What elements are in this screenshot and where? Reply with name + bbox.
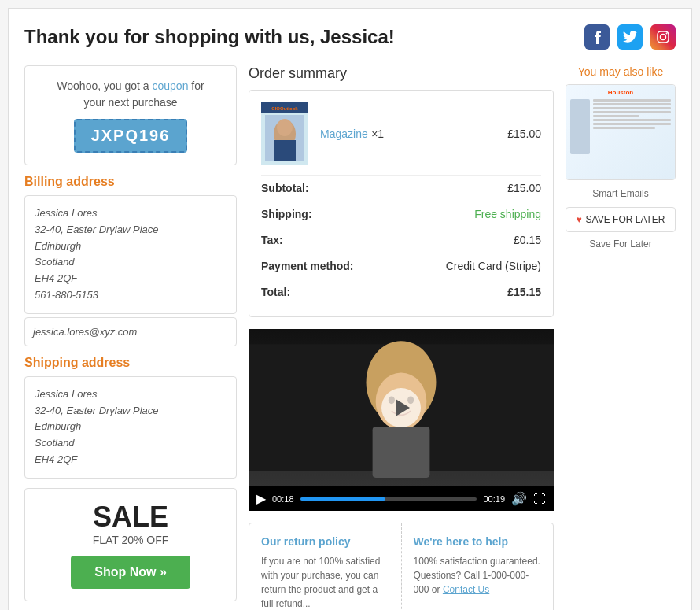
return-policy-text: If you are not 100% satisfied with your …	[261, 554, 389, 610]
shipping-region: Scotland	[35, 435, 227, 452]
product-image: CIOOutlook	[261, 102, 308, 165]
right-sidebar: You may also like Houston	[566, 65, 676, 610]
tax-row: Tax: £0.15	[261, 227, 541, 253]
billing-section: Billing address Jessica Lores 32-40, Eas…	[24, 175, 237, 346]
sale-title: SALE	[37, 501, 224, 534]
payment-value: Credit Card (Stripe)	[446, 260, 541, 272]
shipping-address1: 32-40, Easter Drylaw Place	[35, 403, 227, 420]
play-button[interactable]	[381, 388, 421, 427]
return-policy-title: Our return policy	[261, 535, 389, 548]
help-text: 100% satisfaction guaranteed. Questions?…	[414, 554, 542, 597]
coupon-text-line3: your next purchase	[83, 96, 177, 109]
product-price: £15.00	[507, 128, 541, 140]
smart-emails-label: Smart Emails	[566, 188, 676, 199]
shipping-value: Free shipping	[474, 208, 541, 220]
billing-email-box: jessica.lores@xyz.com	[24, 317, 237, 346]
order-summary-title: Order summary	[249, 65, 554, 82]
heart-icon: ♥	[576, 214, 581, 225]
coupon-code: JXPQ196	[74, 119, 188, 153]
return-policy-panel: Our return policy If you are not 100% sa…	[249, 523, 402, 610]
coupon-text: Woohoo, you got a coupon for your next p…	[37, 78, 224, 111]
left-column: Woohoo, you got a coupon for your next p…	[24, 65, 237, 610]
right-area: Order summary CIOOutlook	[249, 65, 676, 610]
play-pause-button[interactable]: ▶	[256, 491, 266, 506]
subtotal-row: Subtotal: £15.00	[261, 176, 541, 201]
shipping-address: Jessica Lores 32-40, Easter Drylaw Place…	[24, 376, 237, 479]
billing-address: Jessica Lores 32-40, Easter Drylaw Place…	[24, 195, 237, 314]
billing-title: Billing address	[24, 175, 237, 189]
shipping-label: Shipping:	[261, 208, 312, 220]
svg-rect-13	[373, 427, 430, 478]
billing-name: Jessica Lores	[35, 205, 227, 222]
sale-subtitle: FLAT 20% OFF	[37, 534, 224, 546]
fullscreen-button[interactable]: ⛶	[533, 492, 546, 506]
help-title: We're here to help	[414, 535, 542, 548]
billing-city: Edinburgh	[35, 238, 227, 255]
coupon-link[interactable]: coupon	[153, 79, 189, 92]
page-header: Thank you for shopping with us, Jessica!	[24, 24, 676, 50]
svg-text:CIOOutlook: CIOOutlook	[271, 106, 298, 111]
you-may-also-like-title: You may also like	[566, 65, 676, 78]
preview-lines	[593, 99, 671, 176]
shipping-row: Shipping: Free shipping	[261, 201, 541, 227]
total-row: Total: £15.15	[261, 279, 541, 305]
preview-header: Houston	[570, 89, 671, 96]
subtotal-label: Subtotal:	[261, 182, 309, 194]
product-qty: ×1	[371, 128, 384, 140]
volume-button[interactable]: 🔊	[511, 491, 527, 506]
video-progress-bar[interactable]	[300, 497, 477, 501]
preview-image: Houston	[566, 85, 675, 179]
billing-postcode: EH4 2QF	[35, 271, 227, 287]
save-btn-label: SAVE FOR LATER	[586, 214, 665, 225]
social-links	[584, 24, 676, 50]
coupon-text-line1: Woohoo, you got a	[57, 79, 149, 92]
product-name[interactable]: Magazine	[320, 128, 368, 140]
contact-us-link[interactable]: Contact Us	[443, 584, 489, 595]
svg-point-1	[661, 35, 666, 40]
billing-address1: 32-40, Easter Drylaw Place	[35, 222, 227, 238]
video-controls: ▶ 00:18 00:19 🔊 ⛶	[249, 486, 554, 511]
shipping-title: Shipping address	[24, 356, 237, 370]
coupon-box: Woohoo, you got a coupon for your next p…	[24, 65, 237, 165]
svg-point-8	[277, 119, 293, 136]
right-main-content: Order summary CIOOutlook	[249, 65, 554, 610]
instagram-icon[interactable]	[650, 24, 676, 50]
shipping-section: Shipping address Jessica Lores 32-40, Ea…	[24, 356, 237, 479]
shipping-postcode: EH4 2QF	[35, 452, 227, 468]
svg-point-2	[666, 33, 668, 35]
video-time-current: 00:18	[272, 494, 294, 504]
subtotal-value: £15.00	[507, 182, 541, 194]
payment-row: Payment method: Credit Card (Stripe)	[261, 253, 541, 279]
order-summary-box: CIOOutlook Magazine ×1 £15.00	[249, 90, 554, 317]
preview-content	[570, 99, 671, 176]
billing-region: Scotland	[35, 254, 227, 271]
coupon-text-line2: for	[191, 79, 204, 92]
total-label: Total:	[261, 286, 290, 298]
total-value: £15.15	[507, 286, 541, 298]
video-time-total: 00:19	[483, 494, 505, 504]
product-preview: Houston	[566, 84, 676, 180]
tax-value: £0.15	[514, 234, 541, 246]
billing-phone: 561-880-5153	[35, 287, 227, 304]
save-for-later-text: Save For Later	[566, 238, 676, 250]
svg-rect-9	[274, 140, 296, 161]
save-for-later-button[interactable]: ♥ SAVE FOR LATER	[566, 207, 676, 232]
bottom-panels: Our return policy If you are not 100% sa…	[249, 523, 554, 610]
tax-label: Tax:	[261, 234, 283, 246]
product-row: CIOOutlook Magazine ×1 £15.00	[261, 102, 541, 176]
video-container: ▶ 00:18 00:19 🔊 ⛶	[249, 329, 554, 511]
billing-email: jessica.lores@xyz.com	[33, 326, 228, 338]
twitter-icon[interactable]	[617, 24, 643, 50]
product-name-qty: Magazine ×1	[320, 127, 384, 141]
help-panel: We're here to help 100% satisfaction gua…	[402, 523, 554, 610]
facebook-icon[interactable]	[584, 24, 610, 50]
video-progress-fill	[300, 497, 385, 501]
payment-label: Payment method:	[261, 260, 353, 272]
video-thumbnail[interactable]	[249, 329, 554, 486]
video-section: ▶ 00:18 00:19 🔊 ⛶	[249, 329, 554, 511]
page-title: Thank you for shopping with us, Jessica!	[24, 26, 395, 48]
shipping-city: Edinburgh	[35, 419, 227, 435]
shipping-name: Jessica Lores	[35, 386, 227, 403]
main-layout: Woohoo, you got a coupon for your next p…	[24, 65, 676, 610]
shop-now-button[interactable]: Shop Now »	[71, 556, 190, 589]
